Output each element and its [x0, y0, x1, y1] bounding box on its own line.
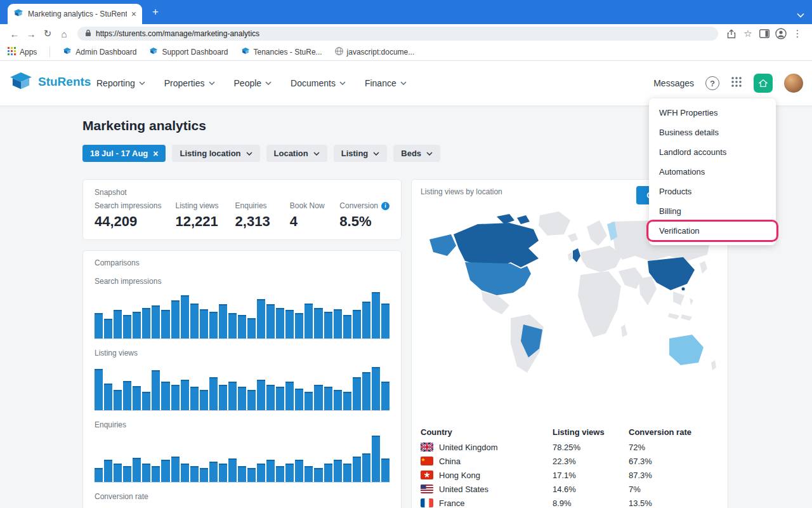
tab-favicon-icon [13, 8, 23, 20]
sturents-logo[interactable]: StuRents [9, 71, 91, 93]
nav-reporting[interactable]: Reporting [96, 78, 145, 88]
nav-finance[interactable]: Finance [365, 78, 407, 88]
help-icon[interactable]: ? [705, 76, 719, 90]
chart-label-search-impressions: Search impressions [95, 277, 390, 286]
bookmarks-bar: Apps Admin Dashboard Support Dashboard T… [0, 43, 812, 61]
address-bar[interactable]: https://sturents.com/manage/marketing-an… [77, 27, 718, 41]
filter-bar: 18 Jul - 17 Aug × Listing location Locat… [82, 145, 440, 162]
bookmarks-divider [49, 47, 50, 57]
bookmark-javascript[interactable]: javascript:docume... [335, 47, 415, 57]
filter-listing[interactable]: Listing [334, 145, 388, 162]
metric-book-now: Book Now 4 [290, 201, 339, 230]
sturents-favicon-icon [63, 47, 72, 57]
messages-link[interactable]: Messages [653, 78, 694, 88]
new-tab-button[interactable]: + [148, 6, 162, 20]
enquiries-chart [95, 433, 390, 483]
apps-shortcut[interactable]: Apps [8, 47, 37, 57]
snapshot-metrics: Search impressions 44,209 Listing views … [95, 201, 390, 230]
chevron-down-icon [400, 81, 407, 85]
comparisons-title: Comparisons [95, 258, 390, 267]
menu-item-automations[interactable]: Automations [649, 162, 776, 182]
metric-listing-views: Listing views 12,221 [175, 201, 235, 230]
sturents-favicon-icon [149, 47, 158, 57]
bookmark-star-icon[interactable]: ☆ [740, 25, 756, 42]
flag-france-icon [421, 498, 433, 507]
chevron-down-icon [313, 152, 320, 156]
forward-button[interactable]: → [23, 25, 39, 42]
search-impressions-chart [95, 290, 390, 339]
reload-button[interactable]: ↻ [39, 25, 56, 42]
profile-icon[interactable] [773, 25, 789, 42]
browser-tab[interactable]: Marketing analytics - StuRents × [8, 4, 142, 24]
url-text: https://sturents.com/manage/marketing-an… [96, 29, 259, 38]
apps-grid-icon [8, 47, 16, 57]
location-table: Country Listing views Conversion rate Un… [421, 424, 719, 508]
brand-name: StuRents [38, 75, 91, 89]
tab-title: Marketing analytics - StuRents [28, 10, 127, 18]
filter-beds[interactable]: Beds [393, 145, 440, 162]
flag-united-states-icon [421, 485, 433, 493]
sturents-app-icon[interactable] [754, 74, 773, 93]
sturents-favicon-icon [241, 47, 250, 57]
snapshot-title: Snapshot [95, 188, 390, 197]
menu-item-wfh-properties[interactable]: WFH Properties [649, 103, 776, 123]
table-row: United States 14.6% 7% [421, 482, 719, 496]
chart-label-enquiries: Enquiries [95, 420, 390, 429]
table-row: France 8.9% 13.5% [421, 496, 719, 508]
menu-item-verification[interactable]: Verification [649, 221, 776, 241]
chevron-down-icon [373, 152, 379, 156]
app-grid-icon[interactable] [731, 76, 742, 90]
site-nav: Reporting Properties People Documents Fi… [96, 61, 407, 105]
flag-china-icon [421, 457, 433, 465]
share-icon[interactable] [723, 25, 740, 42]
lock-icon [85, 28, 91, 39]
flag-united-kingdom-icon [421, 443, 433, 451]
chevron-down-icon [139, 81, 145, 85]
bookmark-admin-dashboard[interactable]: Admin Dashboard [63, 47, 136, 57]
chart-label-conversion-rate: Conversion rate [95, 492, 390, 501]
tab-close-icon[interactable]: × [131, 9, 136, 19]
nav-properties[interactable]: Properties [164, 78, 215, 88]
info-icon[interactable]: i [381, 202, 390, 210]
filter-listing-location[interactable]: Listing location [172, 145, 259, 162]
table-row: Hong Kong 17.1% 87.3% [421, 468, 719, 482]
bookmark-support-dashboard[interactable]: Support Dashboard [149, 47, 228, 57]
user-avatar[interactable] [784, 74, 803, 93]
home-button[interactable]: ⌂ [56, 25, 72, 42]
menu-item-landlord-accounts[interactable]: Landlord accounts [649, 142, 776, 162]
chevron-down-icon[interactable] [797, 9, 804, 20]
table-row: China 22.3% 67.3% [421, 454, 719, 468]
date-range-chip[interactable]: 18 Jul - 17 Aug × [82, 145, 166, 162]
browser-tabstrip: Marketing analytics - StuRents × + [0, 0, 812, 24]
snapshot-card: Snapshot Search impressions 44,209 Listi… [82, 179, 402, 240]
side-panel-icon[interactable] [756, 25, 773, 42]
browser-toolbar: ← → ↻ ⌂ https://sturents.com/manage/mark… [0, 24, 812, 43]
sturents-logo-icon [9, 71, 33, 93]
menu-item-business-details[interactable]: Business details [649, 123, 776, 142]
bookmark-tenancies[interactable]: Tenancies - StuRe... [241, 47, 322, 57]
clear-date-icon[interactable]: × [153, 149, 158, 159]
chart-label-listing-views: Listing views [95, 349, 390, 358]
chevron-down-icon [339, 81, 346, 85]
nav-people[interactable]: People [234, 78, 272, 88]
metric-enquiries: Enquiries 2,313 [235, 201, 290, 230]
chevron-down-icon [209, 81, 215, 85]
menu-item-billing[interactable]: Billing [649, 201, 776, 221]
page-title: Marketing analytics [82, 118, 206, 133]
menu-item-products[interactable]: Products [649, 182, 776, 201]
chevron-down-icon [265, 81, 272, 85]
table-header-row: Country Listing views Conversion rate [421, 424, 719, 440]
metric-search-impressions: Search impressions 44,209 [95, 201, 175, 230]
flag-hong-kong-icon [421, 471, 433, 479]
globe-icon [335, 47, 343, 57]
metric-conversion: Conversion i 8.5% [339, 201, 390, 230]
account-dropdown-menu: WFH Properties Business details Landlord… [649, 98, 776, 245]
comparisons-card: Comparisons Search impressions Listing v… [82, 250, 402, 508]
table-row: United Kingdom 78.25% 72% [421, 440, 719, 454]
apps-label: Apps [20, 48, 37, 57]
browser-menu-icon[interactable]: ⋮ [789, 25, 806, 42]
chevron-down-icon [246, 152, 252, 156]
back-button[interactable]: ← [6, 25, 23, 42]
filter-location[interactable]: Location [266, 145, 327, 162]
nav-documents[interactable]: Documents [291, 78, 346, 88]
